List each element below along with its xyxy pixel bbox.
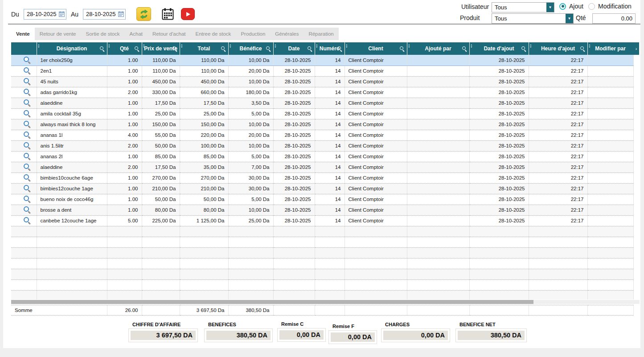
- cell-heure_ajout: 22:17: [529, 130, 587, 140]
- tab-vente[interactable]: Vente: [11, 28, 35, 40]
- horizontal-scrollbar[interactable]: [11, 300, 640, 304]
- row-magnifier-icon[interactable]: [24, 153, 31, 160]
- cell-designation: bueno noix de coco46g: [37, 194, 107, 205]
- row-magnifier-icon[interactable]: [24, 121, 31, 128]
- cell-date_ajout: 28-10-2025: [469, 108, 529, 119]
- column-search-icon[interactable]: [580, 46, 585, 51]
- cell-numero: 14: [315, 108, 345, 119]
- calendar-mini-icon[interactable]: [59, 11, 65, 17]
- modification-radio-group[interactable]: Modification: [588, 3, 632, 10]
- cell-date_ajout: 28-10-2025: [469, 194, 529, 205]
- column-header-d-signation[interactable]: ▴▾Désignation: [37, 42, 107, 55]
- table-row[interactable]: brosse a dent1.0080,00 Da80,00 Da10,00 D…: [11, 205, 633, 215]
- column-header-date[interactable]: ▴▾Date: [273, 42, 315, 55]
- column-search-icon[interactable]: [266, 46, 271, 51]
- column-header-date-d-ajout[interactable]: ▴▾Date d'ajout: [469, 42, 529, 55]
- table-row[interactable]: 1er choix250g1.00110,00 Da110,00 Da10,00…: [11, 55, 633, 66]
- row-magnifier-icon[interactable]: [24, 174, 31, 181]
- table-row[interactable]: canbebe 12couche 1age5.00225,00 Da1 125,…: [11, 215, 633, 226]
- column-header-heure-d-ajout[interactable]: ▴▾Heure d'ajout: [529, 42, 587, 55]
- row-magnifier-icon[interactable]: [24, 142, 31, 149]
- row-magnifier-icon[interactable]: [24, 110, 31, 117]
- cell-date: 28-10-2025: [273, 76, 315, 87]
- column-search-icon[interactable]: [172, 46, 177, 51]
- column-search-icon[interactable]: [521, 46, 526, 51]
- produit-select[interactable]: Tous ▼: [492, 13, 574, 24]
- tab-bar: VenteRetour de venteSortie de stockAchat…: [11, 28, 339, 40]
- tab-achat[interactable]: Achat: [125, 28, 148, 40]
- utilisateur-select[interactable]: Tous ▼: [492, 2, 554, 12]
- row-magnifier-icon[interactable]: [24, 206, 31, 213]
- date-to-input[interactable]: [86, 11, 118, 17]
- row-magnifier-icon[interactable]: [24, 217, 31, 224]
- refresh-button[interactable]: [136, 7, 151, 21]
- row-magnifier-icon[interactable]: [24, 67, 31, 74]
- column-header-num-ro[interactable]: ▴▾Numéro: [315, 42, 345, 55]
- row-magnifier-icon[interactable]: [24, 185, 31, 192]
- chevron-down-icon[interactable]: ▼: [546, 3, 554, 12]
- column-header-modifier-par[interactable]: ▴▾Modifier par: [587, 42, 633, 55]
- column-header-prix-de-vente[interactable]: ▴▾Prix de vente: [142, 42, 180, 55]
- scroll-right-button[interactable]: ›: [633, 42, 639, 55]
- date-from-input[interactable]: [27, 11, 59, 17]
- calendar-button[interactable]: [161, 7, 175, 21]
- row-action-cell: [11, 205, 37, 215]
- chevron-down-icon[interactable]: ▼: [566, 14, 573, 23]
- table-row[interactable]: always maxi thick 8 long1.00150,00 Da150…: [11, 119, 633, 130]
- empty-row: [11, 269, 633, 279]
- table-row[interactable]: bimbies12couche 1age1.00210,00 Da210,00 …: [11, 183, 633, 194]
- table-row[interactable]: ananas 1l4.0055,00 Da220,00 Da20,00 Da28…: [11, 130, 633, 140]
- column-search-icon[interactable]: [462, 46, 467, 51]
- modification-radio[interactable]: [588, 3, 595, 10]
- tab-entree-de-stock[interactable]: Entree de stock: [190, 28, 236, 40]
- cell-numero: 14: [315, 76, 345, 87]
- column-header-ajout-par[interactable]: ▴▾Ajouté par: [407, 42, 469, 55]
- ajout-radio-group[interactable]: Ajout: [559, 3, 583, 10]
- table-row[interactable]: adas garrido1kg2.00330,00 Da660,00 Da180…: [11, 87, 633, 98]
- column-header-client[interactable]: ▴▾Client: [345, 42, 407, 55]
- table-row[interactable]: amila cocktail 35g1.0025,00 Da25,00 Da5,…: [11, 108, 633, 119]
- row-action-cell: [11, 55, 37, 66]
- calendar-mini-icon[interactable]: [118, 11, 124, 17]
- sort-icon: ▴▾: [316, 44, 318, 48]
- column-search-icon[interactable]: [221, 46, 226, 51]
- column-search-icon[interactable]: [135, 46, 139, 51]
- cell-date: 28-10-2025: [273, 205, 315, 215]
- row-magnifier-icon[interactable]: [24, 57, 31, 64]
- row-magnifier-icon[interactable]: [24, 99, 31, 107]
- empty-row: [11, 290, 633, 300]
- row-magnifier-icon[interactable]: [24, 196, 31, 203]
- ajout-radio[interactable]: [559, 3, 566, 10]
- table-row[interactable]: 45 nuits1.00450,00 Da450,00 Da10,00 Da28…: [11, 76, 633, 87]
- row-magnifier-icon[interactable]: [24, 164, 31, 171]
- youtube-button[interactable]: [181, 8, 195, 20]
- tab-retour-d-achat[interactable]: Retour d'achat: [148, 28, 190, 40]
- table-row[interactable]: alaeddine2.0017,50 Da35,00 Da7,00 Da28-1…: [11, 162, 633, 172]
- qte-input[interactable]: [592, 13, 636, 24]
- table-row[interactable]: bimbies10couche 6age1.00270,00 Da270,00 …: [11, 172, 633, 183]
- row-magnifier-icon[interactable]: [24, 131, 31, 139]
- tab-production[interactable]: Production: [236, 28, 270, 40]
- column-search-icon[interactable]: [400, 46, 405, 51]
- column-search-icon[interactable]: [308, 46, 312, 51]
- tab-r-paration[interactable]: Réparation: [304, 28, 338, 40]
- scrollbar-thumb[interactable]: [11, 300, 533, 304]
- table-row[interactable]: anis 1.5litr2.0050,00 Da100,00 Da10,00 D…: [11, 140, 633, 151]
- column-header-qt-[interactable]: ▴▾Qté: [107, 42, 142, 55]
- tab-retour-de-vente[interactable]: Retour de vente: [35, 28, 81, 40]
- table-row[interactable]: 2en11.00110,00 Da110,00 Da20,00 Da28-10-…: [11, 66, 633, 76]
- tab-g-n-rales[interactable]: Générales: [270, 28, 304, 40]
- column-search-icon[interactable]: [337, 46, 342, 51]
- row-magnifier-icon[interactable]: [24, 78, 31, 85]
- table-row[interactable]: ananas 2l1.0085,00 Da85,00 Da5,00 Da28-1…: [11, 151, 633, 162]
- column-header-b-n-fice[interactable]: ▴▾Bénéfice: [228, 42, 273, 55]
- table-row[interactable]: alaeddine1.0017,50 Da17,50 Da3,50 Da28-1…: [11, 98, 633, 108]
- cell-client: Client Comptoir: [345, 98, 407, 108]
- row-magnifier-icon[interactable]: [24, 89, 31, 96]
- grid-header-row: ▴▾Désignation▴▾Qté▴▾Prix de vente▴▾Total…: [11, 42, 633, 55]
- column-search-icon[interactable]: [100, 46, 105, 51]
- column-header-total[interactable]: ▴▾Total: [180, 42, 228, 55]
- table-row[interactable]: bueno noix de coco46g1.0050,00 Da50,00 D…: [11, 194, 633, 205]
- tab-sortie-de-stock[interactable]: Sortie de stock: [81, 28, 125, 40]
- cell-designation: 45 nuits: [37, 76, 107, 87]
